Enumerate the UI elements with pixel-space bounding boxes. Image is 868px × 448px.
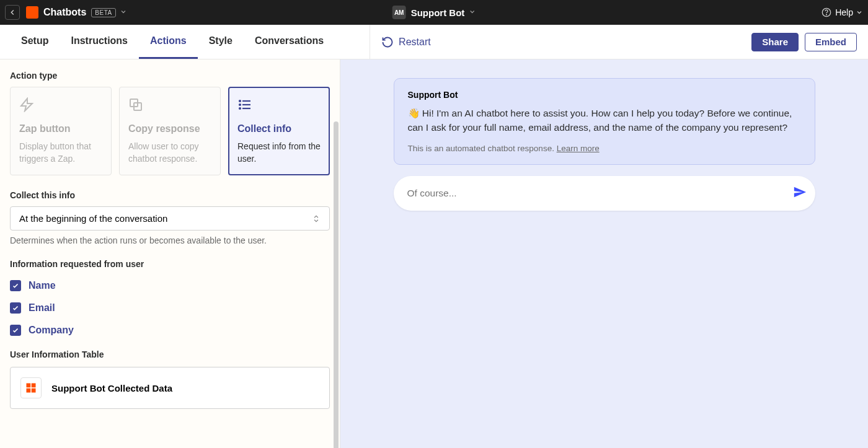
svg-point-8 — [239, 104, 241, 105]
tab-setup[interactable]: Setup — [10, 25, 60, 59]
bot-name: Support Bot — [411, 7, 465, 18]
chevron-down-icon — [468, 8, 476, 15]
card-desc: Display button that triggers a Zap. — [19, 141, 102, 165]
card-copy-response[interactable]: Copy response Allow user to copy chatbot… — [119, 87, 221, 175]
svg-rect-13 — [32, 389, 36, 393]
action-type-label: Action type — [10, 71, 330, 81]
chat-message-text: Hi! I'm an AI chatbot here to assist you… — [408, 108, 792, 133]
svg-rect-12 — [27, 389, 31, 393]
topbar-center[interactable]: AM Support Bot — [392, 6, 476, 19]
card-collect-info[interactable]: Collect info Request info from the user. — [228, 87, 330, 175]
restart-button[interactable]: Restart — [381, 36, 431, 48]
wave-emoji: 👋 — [408, 108, 420, 118]
action-type-cards: Zap button Display button that triggers … — [10, 87, 330, 175]
tab-instructions[interactable]: Instructions — [60, 25, 139, 59]
checkbox-icon — [10, 302, 21, 314]
scrollbar-thumb[interactable] — [334, 121, 339, 448]
restart-label: Restart — [399, 37, 431, 48]
back-button[interactable] — [5, 5, 20, 20]
subheader: Setup Instructions Actions Style Convers… — [0, 25, 868, 59]
chat-preview-panel: Support Bot 👋 Hi! I'm an AI chatbot here… — [340, 59, 868, 448]
chat-message: 👋 Hi! I'm an AI chatbot here to assist y… — [408, 106, 801, 135]
tab-style[interactable]: Style — [198, 25, 244, 59]
brand-logo-icon — [26, 6, 38, 19]
info-requested-label: Information requested from user — [10, 259, 330, 269]
check-email[interactable]: Email — [10, 302, 330, 314]
collect-timing-helper: Determines when the action runs or becom… — [10, 235, 330, 245]
button-label: Embed — [815, 37, 846, 47]
restart-icon — [381, 36, 394, 48]
brand-name: Chatbots — [43, 7, 86, 18]
card-desc: Allow user to copy chatbot response. — [128, 141, 211, 165]
arrow-left-icon — [8, 8, 17, 17]
chat-footer: This is an automated chatbot response. L… — [408, 144, 801, 153]
learn-more-link[interactable]: Learn more — [557, 144, 600, 153]
tab-label: Actions — [150, 35, 187, 46]
tab-label: Conversations — [255, 35, 324, 46]
chevron-down-icon — [856, 9, 863, 16]
check-name[interactable]: Name — [10, 280, 330, 291]
select-caret-icon — [312, 214, 321, 223]
check-label: Company — [29, 325, 74, 336]
svg-point-9 — [239, 108, 241, 109]
main: Action type Zap button Display button th… — [0, 59, 868, 448]
collect-timing-label: Collect this info — [10, 190, 330, 200]
chat-input[interactable] — [407, 188, 793, 199]
tab-label: Style — [209, 35, 232, 46]
user-table-name: Support Bot Collected Data — [51, 383, 172, 393]
send-button[interactable] — [793, 185, 807, 201]
chat-input-row — [394, 176, 815, 211]
tab-actions[interactable]: Actions — [139, 25, 198, 59]
chat-footer-text: This is an automated chatbot response. — [408, 144, 557, 153]
check-label: Email — [29, 302, 55, 314]
zap-icon — [19, 97, 34, 112]
beta-badge: BETA — [91, 8, 115, 17]
help-label: Help — [835, 7, 853, 17]
select-value: At the beginning of the conversation — [19, 213, 167, 224]
user-table-box[interactable]: Support Bot Collected Data — [10, 367, 330, 409]
copy-icon — [128, 97, 143, 112]
tab-conversations[interactable]: Conversations — [244, 25, 335, 59]
left-scrollbar[interactable] — [334, 121, 339, 423]
tab-label: Setup — [21, 35, 48, 46]
table-app-icon — [20, 377, 42, 398]
svg-point-1 — [826, 14, 827, 15]
collect-timing-select[interactable]: At the beginning of the conversation — [10, 206, 330, 231]
check-label: Name — [29, 280, 56, 291]
button-label: Share — [762, 37, 788, 47]
list-icon — [237, 97, 252, 112]
card-zap-button[interactable]: Zap button Display button that triggers … — [10, 87, 112, 175]
embed-button[interactable]: Embed — [805, 33, 857, 51]
card-desc: Request info from the user. — [237, 141, 321, 165]
brand-dropdown[interactable] — [120, 7, 127, 18]
card-title: Zap button — [19, 123, 102, 134]
topbar: Chatbots BETA AM Support Bot Help — [0, 0, 868, 25]
user-table-label: User Information Table — [10, 349, 330, 359]
share-button[interactable]: Share — [751, 33, 799, 51]
bot-avatar: AM — [392, 6, 406, 19]
checkbox-icon — [10, 325, 21, 336]
chevron-down-icon — [120, 8, 127, 15]
help-link[interactable]: Help — [822, 7, 863, 17]
svg-rect-11 — [32, 384, 36, 388]
chat-message-card: Support Bot 👋 Hi! I'm an AI chatbot here… — [394, 78, 815, 165]
checkbox-icon — [10, 280, 21, 291]
help-icon — [822, 7, 831, 17]
svg-point-7 — [239, 100, 241, 102]
card-title: Copy response — [128, 123, 211, 134]
tab-label: Instructions — [71, 35, 128, 46]
send-icon — [793, 185, 807, 199]
card-title: Collect info — [237, 123, 321, 134]
check-company[interactable]: Company — [10, 325, 330, 336]
chat-bot-name: Support Bot — [408, 90, 801, 100]
left-panel: Action type Zap button Display button th… — [0, 59, 340, 448]
svg-rect-10 — [27, 384, 31, 388]
tabs: Setup Instructions Actions Style Convers… — [0, 25, 335, 59]
